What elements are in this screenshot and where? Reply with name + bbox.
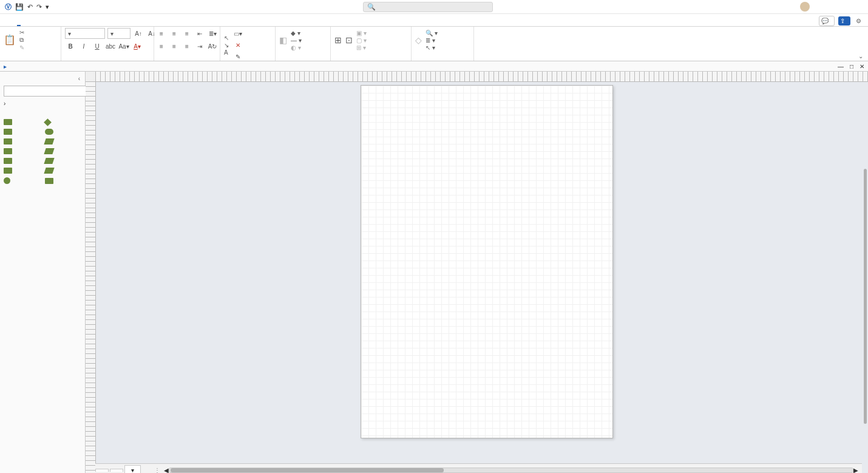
tab-developer[interactable] — [114, 24, 118, 26]
font-color-button[interactable]: A▾ — [132, 41, 143, 52]
send-back-button[interactable]: ▢ ▾ — [356, 37, 367, 44]
tab-help[interactable] — [126, 24, 130, 26]
align-bc-icon[interactable]: ≡ — [169, 41, 180, 52]
shape-decision[interactable] — [45, 119, 81, 125]
ruler-corner — [86, 72, 96, 82]
underline-button[interactable]: U — [92, 41, 103, 52]
tab-design[interactable] — [53, 24, 57, 26]
shape-custom3[interactable] — [4, 168, 40, 174]
tab-process[interactable] — [78, 24, 81, 26]
select-button[interactable]: ↖ ▾ — [426, 44, 438, 51]
quick-styles-icon[interactable]: ◧ — [279, 35, 287, 45]
shape-database[interactable] — [4, 148, 40, 154]
indent-inc-icon[interactable]: ⇥ — [194, 41, 205, 52]
canvas-area[interactable]: ▾ ⋮ ◀ ▶ — [86, 72, 868, 473]
effects-button[interactable]: ◐ ▾ — [291, 44, 302, 51]
save-icon[interactable]: 💾 — [15, 3, 24, 11]
drawing-page[interactable] — [361, 85, 613, 438]
more-shapes-link[interactable]: › — [4, 100, 81, 107]
tab-home[interactable] — [17, 22, 21, 26]
change-shape-icon[interactable]: ◇ — [415, 35, 422, 45]
align-tr-icon[interactable]: ≡ — [181, 28, 192, 39]
bullets-icon[interactable]: ≣▾ — [207, 28, 218, 39]
shape-start-end[interactable] — [45, 129, 81, 135]
position-icon[interactable]: ⊡ — [345, 35, 353, 45]
vertical-scrollbar[interactable] — [864, 169, 867, 424]
tab-draw[interactable] — [41, 24, 45, 26]
layers-button[interactable]: ≣ ▾ — [426, 37, 438, 44]
tab-page-1[interactable] — [95, 469, 109, 472]
ribbon-collapse-icon[interactable]: ⌄ — [858, 53, 863, 60]
shape-external-data[interactable] — [45, 148, 81, 154]
tab-file[interactable] — [5, 24, 8, 26]
shapes-pane-collapse-icon[interactable]: ‹ — [78, 75, 80, 82]
comments-button[interactable]: 💬 — [819, 16, 835, 26]
align-tl-icon[interactable]: ≡ — [156, 28, 167, 39]
grow-font-icon[interactable]: A↑ — [133, 28, 144, 39]
fill-button[interactable]: ◆ ▾ — [291, 30, 302, 36]
bold-button[interactable]: B — [65, 41, 76, 52]
case-button[interactable]: Aa▾ — [118, 41, 129, 52]
redo-icon[interactable]: ↷ — [36, 3, 42, 11]
subwin-maximize[interactable]: □ — [850, 63, 853, 70]
align-br-icon[interactable]: ≡ — [181, 41, 192, 52]
undo-icon[interactable]: ↶ — [27, 3, 33, 11]
strike-button[interactable]: abc — [105, 41, 116, 52]
shapes-search-input[interactable] — [4, 86, 87, 97]
search-icon: 🔍 — [367, 3, 376, 11]
bring-front-button[interactable]: ▣ ▾ — [356, 30, 367, 36]
tab-all[interactable]: ▾ — [124, 465, 141, 473]
indent-dec-icon[interactable]: ⇤ — [194, 28, 205, 39]
rotate-text-icon[interactable]: A↻ — [207, 41, 218, 52]
shape-process[interactable] — [4, 119, 40, 125]
find-button[interactable]: 🔍 ▾ — [426, 30, 438, 36]
align-icon[interactable]: ⊞ — [334, 35, 342, 45]
tab-view[interactable] — [102, 24, 106, 26]
tab-insert[interactable] — [29, 24, 33, 26]
shape-onpage-ref[interactable] — [4, 177, 40, 184]
connector-tool-button[interactable]: ↘ — [224, 42, 229, 49]
shape-custom2[interactable] — [45, 158, 81, 164]
share-button[interactable]: ⇪ — [838, 16, 850, 26]
align-bl-icon[interactable]: ≡ — [156, 41, 167, 52]
shape-custom1[interactable] — [4, 158, 40, 164]
tab-data[interactable] — [66, 24, 69, 26]
shape-data[interactable] — [45, 138, 81, 145]
shape-document[interactable] — [4, 138, 40, 145]
doc-icon: ▸ — [4, 63, 7, 70]
group-button[interactable]: ⊞ ▾ — [356, 44, 367, 51]
subwin-close[interactable]: ✕ — [860, 63, 864, 70]
delete-tool-icon[interactable]: ✕ — [232, 39, 243, 50]
paste-icon[interactable]: 📋 — [4, 34, 16, 46]
shape-custom4[interactable] — [45, 168, 81, 174]
group-editing-label — [415, 52, 470, 60]
tab-review[interactable] — [90, 24, 93, 26]
hscroll-left-icon[interactable]: ◀ — [164, 467, 169, 474]
tab-background[interactable] — [110, 469, 123, 472]
italic-button[interactable]: I — [78, 41, 89, 52]
search-box[interactable]: 🔍 — [363, 2, 493, 12]
text-tool-button[interactable]: A — [224, 49, 229, 56]
copy-button[interactable]: ⧉ — [19, 36, 24, 44]
ribbon-options-icon[interactable]: ⚙ — [854, 16, 863, 26]
rect-tool-icon[interactable]: ▭▾ — [232, 28, 243, 39]
group-arrange-label — [334, 52, 407, 60]
subwin-minimize[interactable]: — — [838, 63, 844, 70]
qat-more-icon[interactable]: ▾ — [46, 3, 49, 11]
font-size-select[interactable]: ▾ — [107, 28, 131, 39]
group-shape-styles-label — [279, 52, 327, 60]
pointer-tool-button[interactable]: ↖ — [224, 35, 229, 41]
horizontal-scrollbar[interactable] — [169, 468, 853, 473]
page-tabs: ▾ ⋮ ◀ ▶ — [95, 463, 862, 473]
align-tc-icon[interactable]: ≡ — [169, 28, 180, 39]
shape-subprocess[interactable] — [4, 129, 40, 135]
shape-offpage-ref[interactable] — [45, 177, 81, 184]
cut-button[interactable]: ✂ — [19, 29, 24, 36]
font-family-select[interactable]: ▾ — [65, 28, 105, 39]
format-painter-button[interactable]: ✎ — [19, 44, 24, 51]
flowchart-diagram — [361, 117, 612, 437]
freeform-tool-icon[interactable]: ✎ — [232, 51, 243, 62]
avatar[interactable] — [800, 2, 810, 12]
hscroll-right-icon[interactable]: ▶ — [853, 467, 858, 474]
line-button[interactable]: — ▾ — [291, 37, 302, 44]
